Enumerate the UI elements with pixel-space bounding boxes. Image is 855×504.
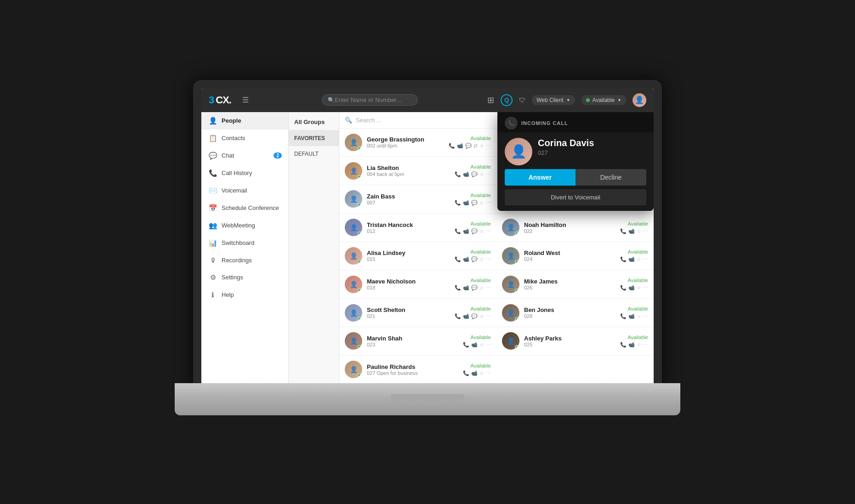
contact-item-alisa[interactable]: 👤 Alisa Lindsey 015 Available 📞 [339,242,496,271]
sidebar-item-recordings[interactable]: 🎙 Recordings [201,252,288,269]
video-action[interactable]: 📹 [628,313,635,319]
video-action[interactable]: 📹 [463,200,469,206]
sidebar-item-help[interactable]: ℹ Help [201,286,288,304]
contact-item-zain[interactable]: 👤 Zain Bass 007 Available 📞 [339,185,496,214]
star-action[interactable]: ☆ [637,313,641,319]
call-action[interactable]: 📞 [620,256,627,262]
menu-icon[interactable]: ☰ [242,96,249,104]
star-action[interactable]: ☆ [637,342,641,348]
chat-action[interactable]: 💬 [471,256,478,262]
more-action[interactable]: ⋯ [643,313,648,319]
video-action[interactable]: 📹 [628,228,635,234]
more-action[interactable]: ⋯ [486,313,491,319]
chat-action[interactable]: 💬 [471,313,478,319]
contact-item-marvin[interactable]: 👤 Marvin Shah 023 Available 📞 [339,327,496,356]
chat-action[interactable]: 💬 [471,171,478,177]
more-action[interactable]: ⋯ [643,285,648,291]
call-action[interactable]: 📞 [620,228,627,234]
contact-item-ashley[interactable]: 👤 Ashley Parks 025 Available 📞 [496,327,654,356]
more-action[interactable]: ⋯ [486,256,491,262]
more-action[interactable]: ⋯ [486,370,491,376]
call-action[interactable]: 📞 [455,171,461,177]
call-action[interactable]: 📞 [463,370,469,376]
call-action[interactable]: 📞 [455,285,461,291]
sidebar-item-chat[interactable]: 💬 Chat 2 [201,147,288,164]
star-action[interactable]: ☆ [637,285,641,291]
more-action[interactable]: ⋯ [486,342,491,348]
sidebar-item-people[interactable]: 👤 People [201,112,288,130]
contact-item-scott[interactable]: 👤 Scott Shelton 021 Available 📞 [339,299,496,327]
chat-action[interactable]: 💬 [471,285,478,291]
video-action[interactable]: 📹 [457,143,463,149]
availability-badge[interactable]: Available ▼ [581,95,626,105]
web-client-badge[interactable]: Web Client ▼ [532,95,575,105]
contact-item-tristan[interactable]: 👤 Tristan Hancock 012 Available 📞 [339,214,496,242]
star-action[interactable]: ☆ [637,228,641,234]
contact-item-maeve[interactable]: 👤 Maeve Nicholson 018 Available 📞 [339,270,496,299]
apps-grid-icon[interactable]: ⊞ [487,95,494,105]
sidebar-item-call-history[interactable]: 📞 Call History [201,164,288,182]
star-action[interactable]: ☆ [479,228,484,234]
video-action[interactable]: 📹 [463,285,469,291]
call-action[interactable]: 📞 [455,200,461,206]
star-action[interactable]: ☆ [479,143,484,149]
contact-item-lia[interactable]: 👤 Lia Shelton 004 back at 5pm Available [339,157,496,185]
more-action[interactable]: ⋯ [486,285,491,291]
chat-action[interactable]: 💬 [471,228,478,234]
call-action[interactable]: 📞 [449,143,455,149]
star-action[interactable]: ☆ [479,171,484,177]
star-action[interactable]: ☆ [479,342,484,348]
more-action[interactable]: ⋯ [643,256,648,262]
chat-action[interactable]: 💬 [471,200,478,206]
contact-item-roland[interactable]: 👤 Roland West 024 Available 📞 [496,242,654,271]
video-action[interactable]: 📹 [628,285,635,291]
divert-voicemail-button[interactable]: Divert to Voicemail [505,189,646,205]
header-search-bar[interactable]: 🔍 [322,94,418,106]
call-action[interactable]: 📞 [620,285,627,291]
star-action[interactable]: ☆ [479,256,484,262]
q-button[interactable]: Q [501,94,513,106]
call-action[interactable]: 📞 [455,256,461,262]
chat-action[interactable]: 💬 [465,143,472,149]
user-avatar[interactable]: 👤 [633,93,646,107]
star-action[interactable]: ☆ [479,285,484,291]
contact-item-mike[interactable]: 👤 Mike James 026 Available 📞 [496,270,654,299]
call-action[interactable]: 📞 [620,342,627,348]
star-action[interactable]: ☆ [637,256,641,262]
video-action[interactable]: 📹 [471,342,478,348]
sidebar-item-voicemail[interactable]: ✉️ Voicemail [201,182,288,199]
call-action[interactable]: 📞 [455,228,461,234]
group-favorites[interactable]: FAVORITES [289,130,339,146]
sidebar-item-webmeeting[interactable]: 👥 WebMeeting [201,217,288,234]
call-action[interactable]: 📞 [463,342,469,348]
more-action[interactable]: ⋯ [643,228,648,234]
more-action[interactable]: ⋯ [643,342,648,348]
video-action[interactable]: 📹 [628,256,635,262]
more-action[interactable]: ⋯ [486,200,491,206]
video-action[interactable]: 📹 [463,256,469,262]
contact-item-noah[interactable]: 👤 Noah Hamilton 022 Available 📞 [496,214,654,242]
answer-button[interactable]: Answer [505,169,576,186]
sidebar-item-switchboard[interactable]: 📊 Switchboard [201,234,288,252]
video-action[interactable]: 📹 [463,313,469,319]
group-default[interactable]: DEFAULT [289,146,339,162]
sidebar-item-contacts[interactable]: 📋 Contacts [201,130,288,147]
star-action[interactable]: ☆ [479,200,484,206]
video-action[interactable]: 📹 [463,171,469,177]
star-action[interactable]: ☆ [479,370,484,376]
video-action[interactable]: 📹 [628,342,635,348]
header-search-input[interactable] [335,96,412,103]
more-action[interactable]: ⋯ [486,228,491,234]
video-action[interactable]: 📹 [471,370,478,376]
star-action[interactable]: ☆ [479,313,484,319]
contact-item-george[interactable]: 👤 George Brassington 002 until 6pm Avail… [339,129,496,157]
video-action[interactable]: 📹 [463,228,469,234]
more-action[interactable]: ⋯ [486,143,491,149]
sidebar-item-settings[interactable]: ⚙ Settings [201,269,288,286]
transfer-action[interactable]: ⇄ [473,143,478,149]
more-action[interactable]: ⋯ [486,171,491,177]
contact-item-ben[interactable]: 👤 Ben Jones 028 Available 📞 [496,299,654,327]
call-action[interactable]: 📞 [620,313,627,319]
decline-button[interactable]: Decline [576,169,646,186]
sidebar-item-schedule-conference[interactable]: 📅 Schedule Conference [201,199,288,217]
